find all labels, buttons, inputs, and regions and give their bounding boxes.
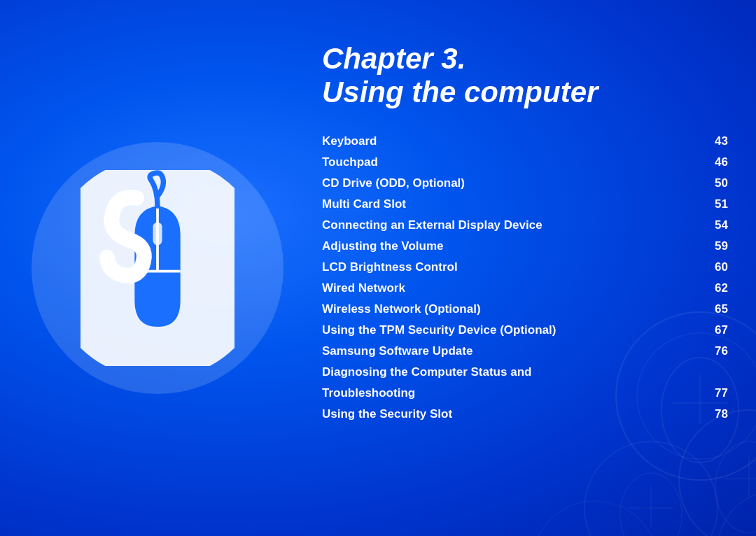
toc-item: CD Drive (ODD, Optional)50	[322, 173, 728, 194]
toc-label: Touchpad	[322, 155, 700, 169]
toc-item: Adjusting the Volume59	[322, 236, 728, 257]
toc-item: LCD Brightness Control60	[322, 257, 728, 278]
toc-page: 62	[700, 281, 728, 295]
toc-label: Samsung Software Update	[322, 344, 700, 358]
toc-label: Diagnosing the Computer Status and	[322, 365, 700, 379]
toc-page: 76	[700, 344, 728, 358]
toc-item: Wireless Network (Optional)65	[322, 299, 728, 320]
toc-page: 59	[700, 239, 728, 253]
toc-page: 60	[700, 260, 728, 274]
chapter-title: Chapter 3. Using the computer	[322, 42, 728, 110]
toc-label: Using the TPM Security Device (Optional)	[322, 323, 700, 337]
toc-page: 65	[700, 302, 728, 316]
toc-item: Samsung Software Update76	[322, 341, 728, 362]
toc-item: Using the Security Slot78	[322, 404, 728, 425]
toc-item: Using the TPM Security Device (Optional)…	[322, 320, 728, 341]
content-section: Chapter 3. Using the computer Keyboard43…	[322, 42, 728, 508]
toc-label: CD Drive (ODD, Optional)	[322, 176, 700, 190]
toc-item: Multi Card Slot51	[322, 194, 728, 215]
table-of-contents: Keyboard43Touchpad46CD Drive (ODD, Optio…	[322, 131, 728, 425]
toc-label: Using the Security Slot	[322, 407, 700, 421]
mouse-circle	[31, 142, 284, 394]
illustration-section	[21, 93, 294, 443]
chapter-name: Using the computer	[322, 76, 598, 108]
toc-label: Multi Card Slot	[322, 197, 700, 211]
toc-item: Keyboard43	[322, 131, 728, 152]
toc-item: Diagnosing the Computer Status and	[322, 362, 728, 383]
toc-label: Connecting an External Display Device	[322, 218, 700, 232]
toc-page: 78	[700, 407, 728, 421]
toc-item: Wired Network62	[322, 278, 728, 299]
toc-page: 43	[700, 134, 728, 148]
toc-item: Connecting an External Display Device54	[322, 215, 728, 236]
toc-page: 54	[700, 218, 728, 232]
toc-item: Troubleshooting77	[322, 383, 728, 404]
toc-label: Wireless Network (Optional)	[322, 302, 700, 316]
toc-label: LCD Brightness Control	[322, 260, 700, 274]
toc-item: Touchpad46	[322, 152, 728, 173]
toc-label: Wired Network	[322, 281, 700, 295]
chapter-number: Chapter 3.	[322, 42, 465, 75]
samsung-logo	[80, 177, 172, 303]
toc-page: 46	[700, 155, 728, 169]
toc-page: 50	[700, 176, 728, 190]
toc-page: 77	[700, 386, 728, 400]
toc-label: Troubleshooting	[322, 386, 700, 400]
toc-page: 67	[700, 323, 728, 337]
toc-label: Keyboard	[322, 134, 700, 148]
toc-page: 51	[700, 197, 728, 211]
toc-label: Adjusting the Volume	[322, 239, 700, 253]
